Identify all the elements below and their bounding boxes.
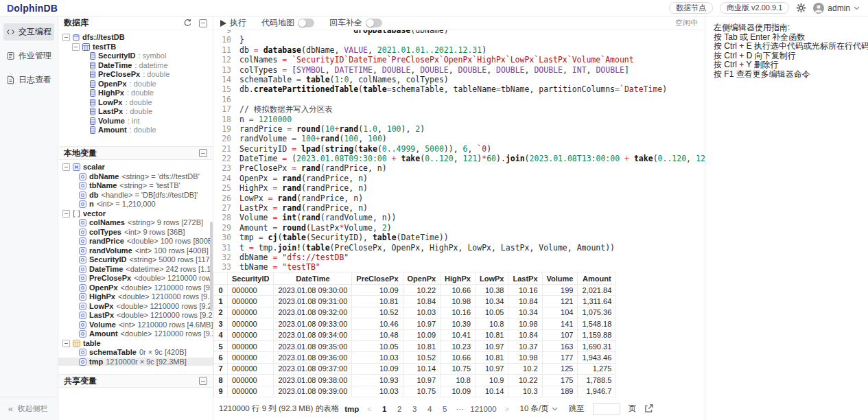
collapse-node-icon[interactable] bbox=[62, 163, 70, 171]
code-line[interactable]: 24OpenPx = rand(randPrice, n) bbox=[213, 174, 705, 183]
code-line[interactable]: 25HighPx = rand(randPrice, n) bbox=[213, 183, 705, 193]
collapse-node-icon[interactable] bbox=[62, 34, 70, 41]
column-node[interactable]: HighPx: double bbox=[58, 89, 213, 98]
variable-item[interactable]: Volume <int> 1210000 rows [4.6MB] bbox=[58, 320, 213, 330]
code-line[interactable]: 32dbName = "dfs://testDB" bbox=[213, 253, 705, 262]
variable-item[interactable]: colNames <string> 9 rows [272B] bbox=[58, 218, 213, 228]
column-header[interactable]: Amount bbox=[578, 272, 616, 285]
user-menu[interactable]: admin bbox=[813, 3, 860, 14]
variable-item[interactable]: randVolume <int> 100 rows [400B] bbox=[58, 246, 213, 256]
code-line[interactable]: 10} bbox=[213, 35, 705, 45]
edition-badge[interactable]: 商业版 v2.00.9.1 bbox=[720, 2, 789, 14]
data-node-badge[interactable]: 数据节点 bbox=[669, 2, 713, 14]
variable-item[interactable]: tmp 1210000r × 9c [92.3MB] bbox=[58, 358, 213, 366]
table-row[interactable]: 60000002023.01.08 09:36:0010.0310.5210.6… bbox=[214, 352, 616, 363]
table-row[interactable]: 50000002023.01.08 09:35:0010.0510.8110.2… bbox=[214, 340, 616, 351]
code-line[interactable]: 23PreClosePx = rand(randPrice, n) bbox=[213, 163, 705, 173]
gear-icon[interactable] bbox=[796, 3, 806, 13]
minimap-toggle[interactable]: 代码地图 bbox=[261, 17, 314, 29]
column-header[interactable]: LastPx bbox=[508, 272, 542, 285]
code-line[interactable]: 21SecurityID = lpad(string(take(0..4999,… bbox=[213, 144, 705, 154]
nav-item-interactive-programming[interactable]: 交互编程 bbox=[3, 23, 54, 40]
column-header[interactable]: SecurityID bbox=[228, 272, 274, 285]
code-line[interactable]: 19randPrice = round(10+rand(1.0, 100), 2… bbox=[213, 124, 705, 134]
table-row[interactable]: 00000002023.01.08 09:30:0010.0910.2210.6… bbox=[214, 285, 616, 296]
variable-item[interactable]: SecurityID <string> 5000 rows [117.2KB] bbox=[58, 255, 213, 265]
page-button-1[interactable]: 1 bbox=[379, 405, 389, 413]
autocomplete-switch[interactable] bbox=[366, 19, 382, 27]
code-line[interactable]: 15db.createPartitionedTable(table=schema… bbox=[213, 84, 705, 94]
prev-page-button[interactable]: < bbox=[364, 405, 374, 413]
column-node[interactable]: PreClosePx: double bbox=[58, 70, 213, 80]
column-node[interactable]: DateTime: datetime bbox=[58, 61, 213, 71]
table-row[interactable]: 10000002023.01.08 09:31:0010.8110.8410.9… bbox=[214, 296, 616, 307]
code-line[interactable]: 31t = tmp.join!(table(PreClosePx, OpenPx… bbox=[213, 243, 705, 253]
code-line[interactable]: 29Amount = round(LastPx*Volume, 2) bbox=[213, 223, 705, 233]
column-header[interactable]: OpenPx bbox=[403, 272, 441, 285]
column-header[interactable]: PreClosePx bbox=[352, 272, 403, 285]
code-editor[interactable]: 9 dropDatabase(dbName)10}11db = database… bbox=[213, 30, 705, 272]
column-node[interactable]: SecurityID: symbol bbox=[58, 51, 213, 61]
collapse-node-icon[interactable] bbox=[62, 210, 70, 218]
column-header[interactable]: HighPx bbox=[441, 272, 476, 285]
collapse-node-icon[interactable] bbox=[72, 43, 80, 51]
variable-section[interactable]: table bbox=[58, 339, 213, 349]
column-node[interactable]: Amount: double bbox=[58, 126, 213, 135]
page-button-2[interactable]: 2 bbox=[395, 405, 404, 413]
page-button-3[interactable]: 3 bbox=[410, 405, 419, 413]
collapse-node-icon[interactable] bbox=[62, 340, 70, 347]
open-in-new-icon[interactable] bbox=[644, 404, 653, 413]
variable-item[interactable]: PreClosePx <double> 1210000 rows [9.2MB] bbox=[58, 274, 213, 283]
column-header[interactable]: DateTime bbox=[274, 272, 352, 285]
table-row[interactable]: 30000002023.01.08 09:33:0010.4610.9710.3… bbox=[214, 318, 616, 329]
code-line[interactable]: 28Volume = int(rand(randVolume, n)) bbox=[213, 213, 705, 222]
variable-item[interactable]: colTypes <int> 9 rows [36B] bbox=[58, 228, 213, 237]
run-button[interactable]: 执行 bbox=[220, 17, 246, 29]
table-row[interactable]: 90000002023.01.08 09:39:0010.0310.7510.0… bbox=[214, 386, 616, 397]
code-line[interactable]: 13colTypes = [SYMBOL, DATETIME, DOUBLE, … bbox=[213, 65, 705, 75]
variable-item[interactable]: Amount <double> 1210000 rows [9.2MB] bbox=[58, 329, 213, 339]
collapse-sidebar-button[interactable]: « 收起侧栏 bbox=[0, 397, 58, 420]
column-node[interactable]: Volume: int bbox=[58, 117, 213, 126]
column-node[interactable]: LastPx: double bbox=[58, 107, 213, 117]
collapse-panel-icon[interactable] bbox=[199, 149, 207, 157]
refresh-icon[interactable] bbox=[183, 19, 192, 27]
nav-item-job-management[interactable]: 作业管理 bbox=[3, 47, 54, 65]
column-node[interactable]: OpenPx: double bbox=[58, 80, 213, 89]
autocomplete-toggle[interactable]: 回车补全 bbox=[329, 17, 382, 29]
code-line[interactable]: 26LowPx = rand(randPrice, n) bbox=[213, 194, 705, 203]
code-line[interactable]: 20randVolume = 100+rand(100, 100) bbox=[213, 134, 705, 143]
page-button-4[interactable]: 4 bbox=[425, 405, 434, 413]
table-node[interactable]: testTB bbox=[58, 43, 213, 52]
code-line[interactable]: 17// 模拟数据并写入分区表 bbox=[213, 104, 705, 114]
variable-item[interactable]: LowPx <double> 1210000 rows [9.2MB] bbox=[58, 302, 213, 312]
collapse-panel-icon[interactable] bbox=[199, 377, 207, 385]
code-line[interactable]: 11db = database(dbName, VALUE, 2021.01.0… bbox=[213, 45, 705, 55]
code-line[interactable]: 16 bbox=[213, 95, 705, 104]
collapse-panel-icon[interactable] bbox=[199, 19, 207, 27]
table-row[interactable]: 20000002023.01.08 09:32:0010.5210.0310.1… bbox=[214, 307, 616, 318]
jump-page-input[interactable] bbox=[593, 403, 620, 415]
variable-item[interactable]: HighPx <double> 1210000 rows [9.2MB] bbox=[58, 292, 213, 302]
variable-item[interactable]: dbName <string> = 'dfs://testDB' bbox=[58, 172, 213, 182]
column-node[interactable]: LowPx: double bbox=[58, 98, 213, 108]
column-header[interactable]: Volume bbox=[542, 272, 578, 285]
code-line[interactable]: 18n = 1210000 bbox=[213, 115, 705, 124]
db-node[interactable]: dfs://testDB bbox=[58, 33, 213, 43]
code-line[interactable]: 12colNames = `SecurityID`DateTime`PreClo… bbox=[213, 55, 705, 65]
column-header[interactable]: LowPx bbox=[476, 272, 508, 285]
code-line[interactable]: 22DateTime = (2023.01.08T09:30:00 + take… bbox=[213, 154, 705, 163]
table-row[interactable]: 40000002023.01.08 09:34:0010.4810.0910.4… bbox=[214, 329, 616, 340]
next-page-button[interactable]: > bbox=[502, 405, 512, 413]
variable-item[interactable]: randPrice <double> 100 rows [800B] bbox=[58, 237, 213, 246]
table-row[interactable]: 70000002023.01.08 09:37:0010.0910.1410.7… bbox=[214, 363, 616, 374]
scrollbar[interactable] bbox=[210, 222, 213, 311]
page-button-last[interactable]: 121000 bbox=[470, 405, 496, 413]
code-line[interactable]: 33tbName = "testTB" bbox=[213, 262, 705, 272]
page-size-select[interactable]: 10 条/页 bbox=[520, 404, 558, 414]
code-line[interactable]: 30tmp = cj(table(SecurityID), table(Date… bbox=[213, 233, 705, 242]
page-button-5[interactable]: 5 bbox=[440, 405, 449, 413]
variable-item[interactable]: db <handle> = 'DB[dfs://testDB]' bbox=[58, 191, 213, 200]
variable-item[interactable]: OpenPx <double> 1210000 rows [9.2MB] bbox=[58, 283, 213, 293]
code-line[interactable]: 27LastPx = rand(randPrice, n) bbox=[213, 203, 705, 213]
